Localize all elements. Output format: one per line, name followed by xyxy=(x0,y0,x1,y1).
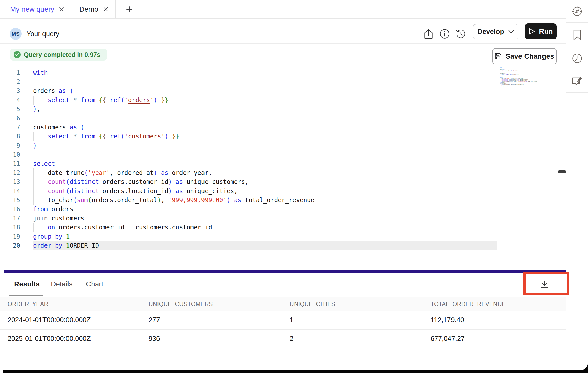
tab-results[interactable]: Results xyxy=(14,273,40,295)
code-content[interactable]: with orders as ( select * from {{ ref('o… xyxy=(33,68,314,250)
code-line: select * from {{ ref('orders') }} xyxy=(500,70,511,71)
panel-divider-bar[interactable] xyxy=(4,270,566,273)
info-icon xyxy=(440,29,450,39)
sidebar-explore-button[interactable] xyxy=(566,0,588,23)
code-line: group by 1 xyxy=(33,232,314,241)
sql-editor[interactable]: 1234567891011121314151617181920 with ord… xyxy=(0,65,566,270)
line-number: 6 xyxy=(0,114,20,123)
query-history-button[interactable] xyxy=(455,28,467,40)
line-number: 9 xyxy=(0,141,20,150)
line-number: 17 xyxy=(0,214,20,223)
query-tab-label: My new query xyxy=(10,5,54,13)
query-tab-demo[interactable]: Demo xyxy=(72,0,116,18)
table-cell: 677,047.27 xyxy=(431,330,465,348)
play-icon xyxy=(529,28,535,35)
line-number: 10 xyxy=(0,150,20,159)
code-line: count(distinct orders.customer_id) as un… xyxy=(33,177,314,186)
query-tab-label: Demo xyxy=(79,5,98,13)
code-line: to_char(sum(orders.order_total), '999,99… xyxy=(33,196,314,205)
table-cell: 277 xyxy=(149,311,160,329)
code-line: join customers xyxy=(33,214,314,223)
line-number: 18 xyxy=(0,223,20,232)
table-cell: 2024-01-01T00:00:00.000Z xyxy=(8,311,91,329)
table-cell: 936 xyxy=(149,330,160,348)
download-icon xyxy=(540,279,549,289)
plus-icon xyxy=(126,6,133,13)
code-line: order by 1ORDER_ID xyxy=(500,86,511,87)
table-row[interactable]: 2025-01-01T00:00:00.000Z9362677,047.27 xyxy=(0,330,566,348)
line-number: 13 xyxy=(0,177,20,186)
query-header-row: MS Your query Develop xyxy=(0,19,566,44)
sidebar-history-button[interactable] xyxy=(566,47,588,70)
new-tab-button[interactable] xyxy=(122,0,136,18)
explore-compass-icon xyxy=(572,6,582,17)
table-row[interactable]: 2024-01-01T00:00:00.000Z2771112,179.40 xyxy=(0,311,566,330)
line-number: 11 xyxy=(0,159,20,168)
line-number: 15 xyxy=(0,196,20,205)
code-line: on orders.customer_id = customers.custom… xyxy=(33,223,314,232)
code-line: select xyxy=(33,159,314,168)
table-cell: 2025-01-01T00:00:00.000Z xyxy=(8,330,91,348)
line-number: 2 xyxy=(0,77,20,86)
code-line: count(distinct orders.location_id) as un… xyxy=(33,186,314,196)
sidebar-ai-comment-button[interactable] xyxy=(566,70,588,93)
code-line: select * from {{ ref('customers') }} xyxy=(500,74,511,75)
right-icon-sidebar xyxy=(566,0,588,370)
column-header[interactable]: ORDER_YEAR xyxy=(8,297,48,311)
save-icon xyxy=(495,53,501,59)
results-table-header: ORDER_YEARUNIQUE_CUSTOMERSUNIQUE_CITIEST… xyxy=(0,297,566,311)
develop-menu-button[interactable]: Develop xyxy=(473,24,518,39)
run-button[interactable]: Run xyxy=(525,23,557,39)
code-line: date_trunc('year', ordered_at) as order_… xyxy=(33,168,314,177)
sidebar-bookmark-button[interactable] xyxy=(566,23,588,47)
column-header[interactable]: UNIQUE_CITIES xyxy=(290,297,335,311)
line-number: 3 xyxy=(0,86,20,96)
save-changes-button[interactable]: Save Changes xyxy=(492,48,557,64)
column-header[interactable]: UNIQUE_CUSTOMERS xyxy=(149,297,213,311)
tab-chart[interactable]: Chart xyxy=(86,273,103,295)
table-cell: 2 xyxy=(290,330,293,348)
line-number: 7 xyxy=(0,123,20,132)
code-minimap[interactable]: with orders as ( select * from {{ ref('o… xyxy=(500,67,558,95)
code-line: select * from {{ ref('customers') }} xyxy=(33,132,314,141)
code-line: with xyxy=(33,68,314,77)
code-line: customers as ( xyxy=(33,123,314,132)
line-number: 16 xyxy=(0,205,20,214)
download-results-button[interactable] xyxy=(523,273,566,295)
comment-sparkle-icon xyxy=(572,76,583,86)
code-line xyxy=(33,114,314,123)
results-table-body: 2024-01-01T00:00:00.000Z2771112,179.4020… xyxy=(0,311,566,348)
window-bottom-edge xyxy=(3,370,588,373)
line-number: 20 xyxy=(0,241,20,250)
line-number: 1 xyxy=(0,68,20,77)
line-number: 14 xyxy=(0,186,20,196)
chevron-down-icon xyxy=(508,30,514,34)
code-line xyxy=(33,77,314,86)
app-window: My new query Demo MS Your query xyxy=(0,0,588,370)
tab-details[interactable]: Details xyxy=(51,273,73,295)
close-tab-icon[interactable] xyxy=(103,6,109,12)
save-changes-label: Save Changes xyxy=(506,52,554,60)
status-message: Query completed in 0.97s xyxy=(24,51,100,58)
line-number: 4 xyxy=(0,96,20,105)
editor-scrollbar-thumb[interactable] xyxy=(558,170,566,173)
history-icon xyxy=(456,29,466,39)
line-number-gutter: 1234567891011121314151617181920 xyxy=(0,68,20,250)
success-check-icon xyxy=(14,51,21,58)
line-number: 19 xyxy=(0,232,20,241)
close-tab-icon[interactable] xyxy=(59,6,64,12)
bookmark-icon xyxy=(573,30,581,40)
line-number: 8 xyxy=(0,132,20,141)
code-line: select * from {{ ref('orders') }} xyxy=(33,96,314,105)
query-title: Your query xyxy=(27,28,59,40)
share-button[interactable] xyxy=(422,28,435,40)
minimap-code-content: with orders as ( select * from {{ ref('o… xyxy=(500,67,511,87)
line-number: 12 xyxy=(0,168,20,177)
code-line: orders as ( xyxy=(33,86,314,96)
column-header[interactable]: TOTAL_ORDER_REVENUE xyxy=(431,297,506,311)
line-number: 5 xyxy=(0,105,20,114)
query-tab-my-new-query[interactable]: My new query xyxy=(3,0,71,18)
avatar: MS xyxy=(10,28,22,40)
editor-scrollbar-track[interactable] xyxy=(558,67,566,270)
info-button[interactable] xyxy=(439,28,451,40)
